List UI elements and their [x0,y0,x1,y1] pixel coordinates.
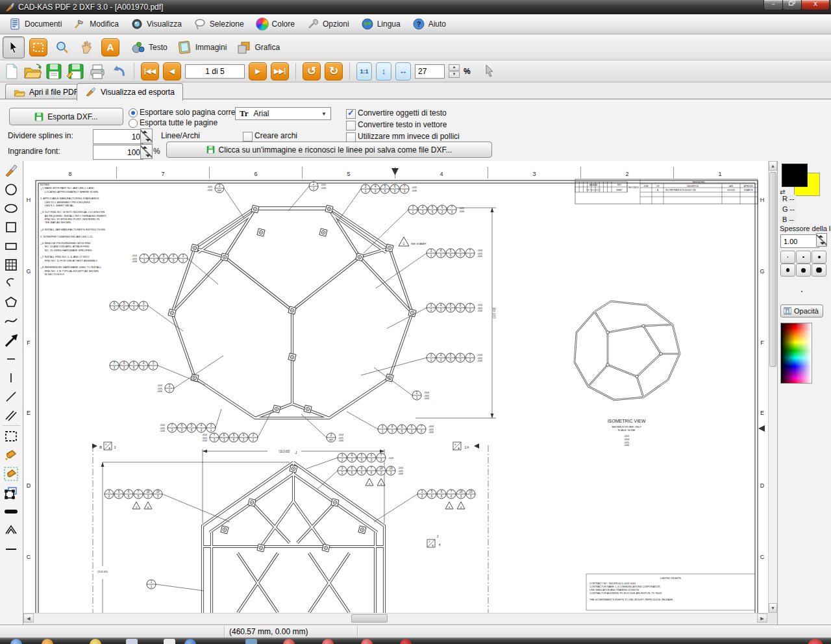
taskbar-icon[interactable] [184,639,196,644]
immagini-button[interactable]: Immagini [177,40,227,55]
vertical-scrollbar[interactable]: ▲ ▼ [768,161,777,613]
diagonal-line-tool[interactable] [0,387,22,406]
arrow-tool[interactable] [0,330,22,349]
taskbar-icon[interactable] [808,639,823,644]
line-width-2-button[interactable] [796,251,811,264]
zoom-level-input[interactable] [415,64,445,79]
vertical-line-tool[interactable] [0,368,22,387]
last-page-button[interactable]: ▶▶| [271,62,289,80]
close-button[interactable]: X [801,0,830,10]
checkbox-convert-text-vector[interactable] [346,121,356,130]
taskbar-icon[interactable] [283,639,295,644]
undo-button[interactable] [110,63,127,80]
testo-button[interactable]: Testo [130,40,167,55]
menu-colore[interactable]: Colore [253,16,301,32]
transform-tool[interactable] [0,483,22,502]
polygon-tool[interactable] [0,293,22,312]
fill-tool[interactable] [0,445,22,464]
select-region-button[interactable] [28,37,49,58]
horizontal-scrollbar[interactable]: ◀ ▶ [23,613,768,623]
pdf-page-canvas[interactable]: 87654321HHGGFFEEDDCCNOTES:△1 MARK WITH P… [23,161,768,613]
taskbar-icon[interactable] [361,639,373,644]
first-page-button[interactable]: |◀◀ [141,62,159,80]
save-button[interactable] [45,63,62,80]
cursor-tool-button[interactable] [3,36,25,58]
scroll-down-icon[interactable]: ▼ [769,603,777,613]
checkbox-convert-text-objects[interactable] [346,109,356,119]
menu-documenti[interactable]: Documenti [5,16,68,32]
title-bar[interactable]: CAD-KAS PDF 2 DXF 3.0 - [A001970.pdf] – … [0,0,831,14]
line-thickness-spinner[interactable] [816,233,827,247]
divide-splines-spinner[interactable] [140,129,153,143]
zoom-tool-button[interactable] [52,37,73,58]
color-palette-gradient[interactable] [780,323,812,384]
pointer-mode-icon[interactable] [484,64,495,79]
line-thickness-input[interactable] [780,234,819,248]
thick-line-tool[interactable] [0,502,22,521]
taskbar-icon[interactable] [126,639,138,644]
checkbox-create-arcs[interactable] [243,132,253,142]
taskbar-icon[interactable] [164,639,175,644]
line-width-3-button[interactable] [812,251,826,264]
menu-modifica[interactable]: Modifica [70,16,125,32]
menu-lingua[interactable]: Lingua [358,16,406,32]
taskbar-icon[interactable] [400,639,412,644]
tab-visualizza-ed-esporta[interactable]: Visualizza ed esporta [77,83,183,101]
restore-button[interactable] [782,0,802,10]
curve-tool[interactable] [0,274,22,293]
fit-width-button[interactable]: ↔ [395,62,411,80]
zoom-spinner[interactable]: ▲▼ [449,64,460,78]
taskbar-icon[interactable] [322,639,334,644]
export-dxf-button[interactable]: Esporta DXF... [9,108,123,125]
opacity-button[interactable]: Opacità [780,304,823,317]
menu-aiuto[interactable]: ? Aiuto [409,16,452,32]
rectangle-tool[interactable] [0,236,22,255]
fit-height-button[interactable]: ↕ [376,62,391,80]
print-button[interactable] [88,63,106,80]
tab-apri-file-pdf[interactable]: Apri il file PDF [5,84,87,100]
minimize-button[interactable]: – [763,0,783,10]
grafica-button[interactable]: Grafica [236,40,280,55]
new-document-button[interactable] [4,63,19,80]
save-as-button[interactable] [66,63,84,80]
zoom-actual-size-button[interactable]: 1:1 [356,62,372,80]
menu-opzioni[interactable]: Opzioni [303,16,355,32]
line-width-6-button[interactable] [812,264,826,277]
brush-tool[interactable] [0,161,22,180]
grid-tool[interactable] [0,255,22,274]
radio-export-current-page[interactable] [129,108,138,118]
taskbar-icon[interactable] [90,639,101,644]
parallel-lines-tool[interactable] [0,406,22,425]
open-file-button[interactable] [23,63,42,80]
scroll-right-icon[interactable]: ▶ [757,613,767,623]
enlarge-font-input[interactable] [93,145,143,160]
rotate-right-button[interactable]: ↻ [325,62,343,80]
ellipse-tool[interactable] [0,199,22,217]
square-tool[interactable] [0,217,22,236]
foreground-color-swatch[interactable] [782,164,808,187]
menu-visualizza[interactable]: Visualizza [127,16,188,32]
page-indicator-input[interactable] [185,64,245,79]
windows-taskbar[interactable] [0,638,831,644]
previous-page-button[interactable]: ◀ [163,62,181,80]
chevron-tool[interactable] [0,521,22,539]
freehand-tool[interactable] [0,312,22,330]
scroll-up-icon[interactable]: ▲ [769,161,777,171]
horizontal-line-tool[interactable] [0,349,22,368]
checkbox-use-mm[interactable] [346,132,356,142]
scroll-left-icon[interactable]: ◀ [23,613,34,623]
start-orb-icon[interactable] [10,639,22,644]
rotate-left-button[interactable]: ↺ [303,62,321,80]
line-width-5-button[interactable] [796,264,811,277]
line-width-4-button[interactable] [780,264,795,277]
line-width-1-button[interactable] [780,251,795,264]
font-select[interactable]: Tr Arial ▼ [235,107,331,120]
select-rect-tool[interactable] [0,427,22,445]
circle-tool[interactable] [0,180,22,199]
line-tool[interactable] [0,539,22,558]
fill-selection-tool[interactable] [0,464,22,483]
recognize-lines-button[interactable]: Clicca su un'immagine e riconosci le lin… [166,142,492,158]
taskbar-icon[interactable] [42,639,53,644]
radio-export-all-pages[interactable] [129,119,138,128]
enlarge-font-spinner[interactable] [140,144,153,159]
